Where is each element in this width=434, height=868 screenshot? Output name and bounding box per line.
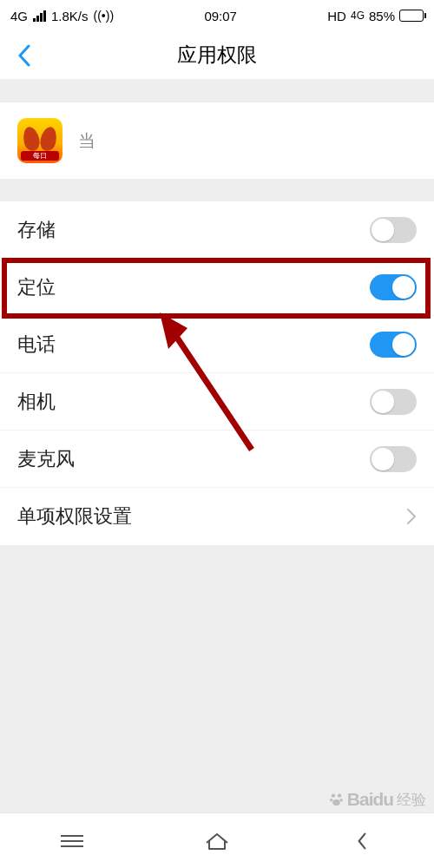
status-right: HD 4G 85% xyxy=(327,9,424,23)
system-nav-bar xyxy=(0,812,434,868)
watermark: Baidu 经验 xyxy=(329,789,426,811)
perm-label-storage: 存储 xyxy=(17,217,56,243)
perm-label-phone: 电话 xyxy=(17,332,56,358)
permissions-list: 存储 定位 电话 相机 麦克风 单项权限设置 xyxy=(0,201,434,545)
perm-label-mic: 麦克风 xyxy=(17,446,75,472)
back-nav-button[interactable] xyxy=(345,824,379,858)
page-title: 应用权限 xyxy=(0,42,434,69)
chevron-left-icon xyxy=(17,44,31,67)
net-speed: 1.8K/s xyxy=(51,9,89,23)
status-left: 4G 1.8K/s ((•)) xyxy=(10,9,114,23)
svg-point-4 xyxy=(330,799,333,802)
signal-icon xyxy=(33,10,46,22)
app-icon-tag: 每日 xyxy=(21,151,59,161)
svg-point-5 xyxy=(339,799,343,802)
battery-pct: 85% xyxy=(369,9,395,23)
hamburger-icon xyxy=(61,832,83,851)
network-type: 4G xyxy=(10,9,28,23)
watermark-cn: 经验 xyxy=(397,790,426,810)
perm-label-location: 定位 xyxy=(17,274,56,300)
toggle-location[interactable] xyxy=(370,274,417,300)
hotspot-icon: ((•)) xyxy=(94,9,115,23)
back-button[interactable] xyxy=(7,38,42,73)
nav-header: 应用权限 xyxy=(0,31,434,80)
perm-row-storage[interactable]: 存储 xyxy=(0,201,434,259)
status-time: 09:07 xyxy=(204,9,237,23)
app-name: 当 xyxy=(78,129,95,153)
toggle-mic[interactable] xyxy=(370,446,417,472)
perm-row-phone[interactable]: 电话 xyxy=(0,316,434,373)
chevron-left-icon xyxy=(356,832,368,851)
toggle-storage[interactable] xyxy=(370,217,417,243)
recent-apps-button[interactable] xyxy=(55,824,89,858)
watermark-brand: Baidu xyxy=(347,789,393,811)
home-button[interactable] xyxy=(200,824,234,858)
perm-label-camera: 相机 xyxy=(17,389,56,415)
status-bar: 4G 1.8K/s ((•)) 09:07 HD 4G 85% xyxy=(0,0,434,31)
hd-label: HD xyxy=(327,9,346,23)
perm-row-location[interactable]: 定位 xyxy=(0,259,434,316)
perm-label-single: 单项权限设置 xyxy=(17,503,132,529)
perm-row-camera[interactable]: 相机 xyxy=(0,373,434,431)
svg-point-3 xyxy=(338,794,341,798)
paw-icon xyxy=(329,792,344,806)
toggle-camera[interactable] xyxy=(370,389,417,415)
app-icon: 每日 xyxy=(17,118,62,163)
svg-point-2 xyxy=(332,794,335,798)
toggle-phone[interactable] xyxy=(370,332,417,358)
home-icon xyxy=(204,831,230,852)
perm-row-mic[interactable]: 麦克风 xyxy=(0,431,434,488)
chevron-right-icon xyxy=(406,508,417,525)
section-gap-2 xyxy=(0,179,434,201)
battery-icon xyxy=(399,10,424,22)
perm-row-single-settings[interactable]: 单项权限设置 xyxy=(0,488,434,545)
svg-point-6 xyxy=(332,799,340,806)
section-gap xyxy=(0,80,434,102)
app-info-section: 每日 当 xyxy=(0,102,434,179)
net-gen: 4G xyxy=(351,10,365,21)
